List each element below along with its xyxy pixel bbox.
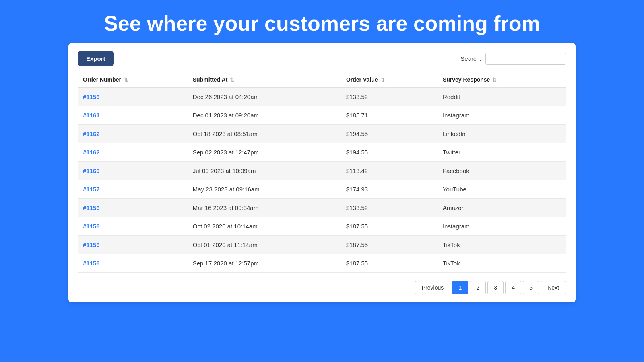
table-row: #1162Sep 02 2023 at 12:47pm$194.55Twitte…	[78, 143, 566, 162]
pagination-page-4-button[interactable]: 4	[505, 281, 521, 294]
cell-survey-response: Facebook	[438, 162, 566, 180]
cell-submitted-at: Jul 09 2023 at 10:09am	[188, 162, 341, 180]
cell-submitted-at: May 23 2023 at 09:16am	[188, 180, 341, 199]
cell-order-number: #1160	[78, 162, 188, 180]
pagination: Previous 1 2 3 4 5 Next	[78, 281, 566, 294]
cell-submitted-at: Mar 16 2023 at 09:34am	[188, 199, 341, 217]
table-row: #1160Jul 09 2023 at 10:09am$113.42Facebo…	[78, 162, 566, 180]
col-header-order-value[interactable]: Order Value ⇅	[341, 72, 438, 87]
order-link[interactable]: #1160	[83, 167, 100, 174]
cell-order-value: $185.71	[341, 106, 438, 125]
cell-submitted-at: Dec 26 2023 at 04:20am	[188, 87, 341, 106]
table-row: #1156Dec 26 2023 at 04:20am$133.52Reddit	[78, 87, 566, 106]
cell-submitted-at: Oct 18 2023 at 08:51am	[188, 125, 341, 143]
cell-survey-response: TikTok	[438, 236, 566, 254]
pagination-page-2-button[interactable]: 2	[470, 281, 486, 294]
cell-submitted-at: Oct 01 2020 at 11:14am	[188, 236, 341, 254]
table-row: #1156Mar 16 2023 at 09:34am$133.52Amazon	[78, 199, 566, 217]
search-input[interactable]	[485, 53, 566, 65]
order-link[interactable]: #1157	[83, 186, 100, 193]
cell-order-number: #1157	[78, 180, 188, 199]
table-header-row: Order Number ⇅ Submitted At ⇅ Order Valu…	[78, 72, 566, 87]
col-header-survey-response[interactable]: Survey Response ⇅	[438, 72, 566, 87]
cell-order-value: $113.42	[341, 162, 438, 180]
pagination-page-1-button[interactable]: 1	[452, 281, 468, 294]
order-link[interactable]: #1156	[83, 260, 100, 267]
cell-order-number: #1156	[78, 254, 188, 273]
cell-order-value: $133.52	[341, 199, 438, 217]
cell-order-value: $187.55	[341, 236, 438, 254]
table-body: #1156Dec 26 2023 at 04:20am$133.52Reddit…	[78, 87, 566, 273]
cell-survey-response: TikTok	[438, 254, 566, 273]
page-title: See where your customers are coming from	[96, 0, 548, 43]
cell-order-value: $187.55	[341, 254, 438, 273]
sort-icon-survey: ⇅	[492, 77, 497, 83]
table-row: #1156Oct 02 2020 at 10:14am$187.55Instag…	[78, 217, 566, 236]
sort-icon-order: ⇅	[124, 77, 128, 83]
table-row: #1157May 23 2023 at 09:16am$174.93YouTub…	[78, 180, 566, 199]
order-link[interactable]: #1156	[83, 241, 100, 248]
order-link[interactable]: #1156	[83, 93, 100, 100]
cell-order-number: #1161	[78, 106, 188, 125]
pagination-next-button[interactable]: Next	[541, 281, 566, 294]
cell-order-number: #1156	[78, 236, 188, 254]
export-button[interactable]: Export	[78, 51, 114, 66]
cell-order-value: $194.55	[341, 125, 438, 143]
col-header-submitted-at[interactable]: Submitted At ⇅	[188, 72, 341, 87]
search-area: Search:	[460, 53, 566, 65]
cell-submitted-at: Oct 02 2020 at 10:14am	[188, 217, 341, 236]
col-header-order-number[interactable]: Order Number ⇅	[78, 72, 188, 87]
cell-survey-response: Instagram	[438, 217, 566, 236]
order-link[interactable]: #1156	[83, 223, 100, 230]
cell-order-value: $187.55	[341, 217, 438, 236]
cell-order-number: #1156	[78, 199, 188, 217]
search-label: Search:	[460, 55, 481, 62]
order-link[interactable]: #1162	[83, 130, 100, 137]
cell-survey-response: LinkedIn	[438, 125, 566, 143]
pagination-page-3-button[interactable]: 3	[487, 281, 504, 294]
cell-order-value: $194.55	[341, 143, 438, 162]
data-table: Order Number ⇅ Submitted At ⇅ Order Valu…	[78, 72, 566, 273]
cell-survey-response: YouTube	[438, 180, 566, 199]
cell-order-value: $174.93	[341, 180, 438, 199]
cell-order-value: $133.52	[341, 87, 438, 106]
cell-survey-response: Amazon	[438, 199, 566, 217]
sort-icon-value: ⇅	[380, 77, 385, 83]
table-row: #1156Sep 17 2020 at 12:57pm$187.55TikTok	[78, 254, 566, 273]
pagination-previous-button[interactable]: Previous	[415, 281, 450, 294]
order-link[interactable]: #1161	[83, 112, 100, 119]
cell-submitted-at: Sep 17 2020 at 12:57pm	[188, 254, 341, 273]
toolbar: Export Search:	[78, 51, 566, 66]
cell-submitted-at: Dec 01 2023 at 09:20am	[188, 106, 341, 125]
order-link[interactable]: #1162	[83, 149, 100, 156]
cell-submitted-at: Sep 02 2023 at 12:47pm	[188, 143, 341, 162]
pagination-page-5-button[interactable]: 5	[523, 281, 539, 294]
table-row: #1161Dec 01 2023 at 09:20am$185.71Instag…	[78, 106, 566, 125]
table-row: #1162Oct 18 2023 at 08:51am$194.55Linked…	[78, 125, 566, 143]
cell-order-number: #1162	[78, 143, 188, 162]
sort-icon-submitted: ⇅	[230, 77, 234, 83]
cell-survey-response: Twitter	[438, 143, 566, 162]
cell-order-number: #1156	[78, 217, 188, 236]
order-link[interactable]: #1156	[83, 204, 100, 211]
main-card: Export Search: Order Number ⇅ Submitted …	[68, 43, 576, 302]
table-row: #1156Oct 01 2020 at 11:14am$187.55TikTok	[78, 236, 566, 254]
cell-order-number: #1156	[78, 87, 188, 106]
cell-survey-response: Instagram	[438, 106, 566, 125]
cell-survey-response: Reddit	[438, 87, 566, 106]
cell-order-number: #1162	[78, 125, 188, 143]
